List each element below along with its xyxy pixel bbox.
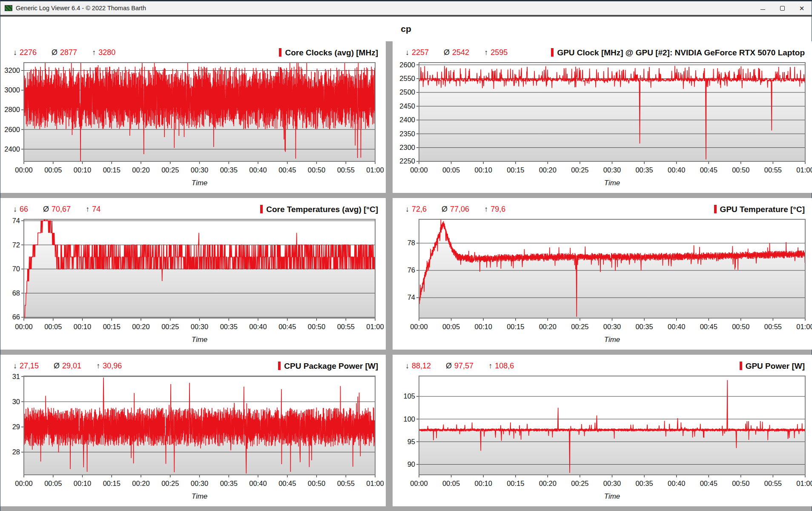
average-icon: Ø (54, 362, 60, 370)
stat-max-value: 2595 (491, 48, 508, 57)
svg-text:00:25: 00:25 (571, 323, 588, 330)
stat-min: ↓2276 (13, 48, 37, 57)
svg-text:00:20: 00:20 (539, 166, 557, 174)
series-color-marker (714, 205, 717, 213)
chart-canvas-cpu-power[interactable]: 3130292800:0000:0500:1000:1500:2000:2500… (0, 372, 386, 503)
svg-text:2350: 2350 (399, 130, 415, 138)
stat-avg: Ø2877 (52, 48, 77, 57)
chart-canvas-gpu-temp[interactable]: 78767400:0000:0500:1000:1500:2000:2500:3… (393, 215, 812, 346)
svg-text:70: 70 (12, 265, 20, 273)
svg-text:00:40: 00:40 (668, 166, 685, 174)
chart-canvas-core-temps[interactable]: 747270686600:0000:0500:1000:1500:2000:25… (0, 215, 386, 346)
svg-text:2800: 2800 (4, 106, 20, 113)
stat-min: ↓72,6 (405, 205, 427, 213)
svg-text:00:40: 00:40 (668, 479, 685, 487)
svg-text:00:10: 00:10 (475, 166, 492, 174)
stat-avg-value: 70,67 (52, 205, 71, 213)
svg-text:00:30: 00:30 (603, 323, 621, 330)
chart-title-text: Core Clocks (avg) [MHz] (285, 48, 378, 57)
svg-text:00:35: 00:35 (635, 479, 653, 487)
svg-text:00:45: 00:45 (278, 166, 296, 174)
svg-text:00:20: 00:20 (132, 479, 149, 487)
window-title: Generic Log Viewer 6.4 - © 2022 Thomas B… (16, 5, 146, 11)
svg-text:00:10: 00:10 (74, 323, 91, 330)
svg-text:01:00: 01:00 (366, 479, 384, 487)
svg-text:76: 76 (407, 266, 415, 274)
stat-avg: Ø70,67 (43, 205, 71, 213)
series-color-marker (551, 48, 554, 57)
svg-text:00:30: 00:30 (191, 323, 208, 330)
svg-text:00:05: 00:05 (442, 166, 460, 174)
stat-avg-value: 77,06 (450, 205, 469, 213)
window-controls: ✕ (753, 1, 812, 15)
svg-text:Time: Time (192, 492, 208, 500)
maximize-button[interactable] (772, 1, 792, 15)
svg-text:01:00: 01:00 (796, 323, 812, 330)
chart-canvas-gpu-power[interactable]: 105100959000:0000:0500:1000:1500:2000:25… (393, 372, 812, 503)
minimize-button[interactable] (753, 1, 772, 15)
svg-text:00:15: 00:15 (103, 479, 121, 487)
chart-title-text: GPU Temperature [°C] (720, 205, 805, 214)
chart-stats: ↓72,6 Ø77,06 ↑79,6 (405, 205, 518, 214)
stat-min-value: 72,6 (412, 205, 427, 213)
svg-text:105: 105 (403, 392, 415, 400)
svg-text:00:00: 00:00 (410, 166, 428, 174)
stat-avg-value: 97,57 (454, 362, 473, 370)
svg-text:2400: 2400 (4, 145, 20, 153)
stat-avg-value: 29,01 (62, 362, 81, 370)
min-arrow-icon: ↓ (13, 48, 17, 57)
svg-text:00:25: 00:25 (571, 479, 588, 487)
min-arrow-icon: ↓ (13, 205, 17, 213)
chart-title: GPU Power [W] (740, 362, 805, 371)
chart-header: ↓27,15 Ø29,01 ↑30,96 CPU Package Power [… (0, 355, 386, 371)
chart-title: GPU Clock [MHz] @ GPU [#2]: NVIDIA GeFor… (551, 48, 805, 57)
stat-avg: Ø2542 (444, 48, 469, 57)
chart-title-text: GPU Clock [MHz] @ GPU [#2]: NVIDIA GeFor… (557, 48, 805, 57)
average-icon: Ø (442, 205, 448, 213)
series-color-marker (279, 48, 281, 57)
svg-text:00:05: 00:05 (44, 166, 62, 174)
svg-text:3000: 3000 (4, 86, 20, 94)
svg-text:00:00: 00:00 (410, 323, 428, 330)
svg-text:00:45: 00:45 (700, 166, 717, 174)
svg-text:00:35: 00:35 (220, 323, 238, 330)
svg-text:00:20: 00:20 (132, 166, 149, 174)
svg-text:Time: Time (604, 179, 620, 187)
stat-max-value: 79,6 (491, 205, 505, 213)
close-button[interactable]: ✕ (792, 1, 812, 15)
stat-max-value: 30,96 (103, 362, 122, 370)
max-arrow-icon: ↑ (488, 362, 492, 370)
max-arrow-icon: ↑ (86, 205, 89, 213)
min-arrow-icon: ↓ (405, 205, 409, 213)
svg-text:00:10: 00:10 (74, 166, 91, 174)
average-icon: Ø (444, 48, 450, 57)
svg-text:Time: Time (192, 336, 208, 344)
chart-canvas-gpu-clock[interactable]: 2600255025002450240023502300225000:0000:… (393, 58, 812, 189)
svg-text:00:50: 00:50 (732, 479, 749, 487)
svg-text:00:25: 00:25 (161, 323, 179, 330)
max-arrow-icon: ↑ (484, 205, 488, 213)
series-color-marker (260, 205, 263, 213)
chart-canvas-core-clocks[interactable]: 3200300028002600240000:0000:0500:1000:15… (0, 58, 386, 189)
stat-max: ↑30,96 (96, 362, 122, 370)
svg-text:00:15: 00:15 (507, 479, 524, 487)
svg-text:00:00: 00:00 (15, 323, 32, 330)
svg-text:00:45: 00:45 (278, 323, 296, 330)
chart-title: Core Temperatures (avg) [°C] (260, 205, 378, 214)
svg-text:00:20: 00:20 (539, 479, 557, 487)
svg-text:00:45: 00:45 (700, 479, 717, 487)
stat-min: ↓27,15 (13, 362, 39, 370)
svg-text:00:55: 00:55 (337, 323, 355, 330)
svg-text:00:05: 00:05 (442, 323, 460, 330)
svg-text:31: 31 (12, 373, 20, 380)
svg-text:00:30: 00:30 (191, 479, 208, 487)
svg-text:00:45: 00:45 (700, 323, 717, 330)
svg-text:00:15: 00:15 (507, 166, 524, 174)
maximize-icon (780, 6, 785, 11)
average-icon: Ø (446, 362, 452, 370)
svg-text:00:40: 00:40 (668, 323, 685, 330)
svg-text:00:55: 00:55 (764, 479, 782, 487)
svg-text:00:20: 00:20 (132, 323, 149, 330)
svg-text:01:00: 01:00 (366, 166, 384, 174)
svg-text:2600: 2600 (399, 61, 415, 69)
